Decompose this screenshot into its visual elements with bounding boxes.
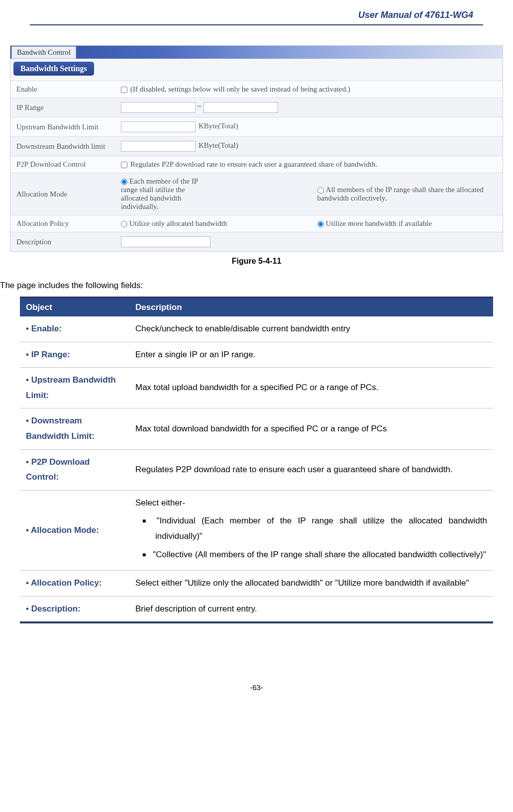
obj-label: P2P Download Control: <box>26 457 90 482</box>
row-label: IP Range <box>10 98 115 117</box>
settings-panel: Bandwith Control Bandwidth Settings Enab… <box>10 45 503 252</box>
policy-more-radio[interactable] <box>317 221 324 227</box>
mode-opt1: Each member of the IP range shall utiliz… <box>121 177 198 210</box>
mode-opt2: All members of the IP range shall share … <box>317 186 484 202</box>
desc-cell: Enter a single IP or an IP range. <box>129 342 493 368</box>
desc-cell: Regulates P2P download rate to ensure ea… <box>129 449 493 490</box>
header-rule <box>30 24 483 25</box>
ip-to-input[interactable] <box>204 102 278 113</box>
row-label: Allocation Mode <box>10 173 115 215</box>
description-table: Object Description Enable: Check/uncheck… <box>20 297 493 623</box>
obj-label: Allocation Mode: <box>26 525 99 535</box>
section-badge: Bandwidth Settings <box>13 62 94 76</box>
policy-opt2: Utilize more bandwidth if available <box>326 219 432 227</box>
policy-only-radio[interactable] <box>121 221 127 227</box>
panel-tab[interactable]: Bandwith Control <box>11 46 76 59</box>
enable-checkbox[interactable] <box>121 87 127 93</box>
description-input[interactable] <box>121 236 210 247</box>
section-header-row: Bandwidth Settings <box>10 59 503 81</box>
unit-label: KByte(Total) <box>199 141 238 149</box>
row-label: Allocation Policy <box>10 215 115 232</box>
desc-lead: Select either- <box>135 496 487 511</box>
ip-from-input[interactable] <box>121 102 196 113</box>
figure-caption: Figure 5-4-11 <box>30 257 483 266</box>
mode-individual-radio[interactable] <box>121 179 127 185</box>
desc-cell: Brief description of current entry. <box>129 596 493 622</box>
header-title: User Manual of 47611-WG4 <box>30 10 483 20</box>
square-bullet-icon <box>142 516 157 525</box>
intro-text: The page includes the following fields: <box>0 281 483 291</box>
enable-note: (If disabled, settings below will only b… <box>130 85 350 93</box>
table-row: Upstream Bandwidth Limit: Max total uplo… <box>20 368 493 408</box>
table-row: Allocation Policy: Select either "Utiliz… <box>20 571 493 597</box>
upstream-input[interactable] <box>121 121 196 132</box>
desc-cell: Max total download bandwidth for a speci… <box>129 408 493 449</box>
row-label: Enable <box>10 81 115 98</box>
downstream-input[interactable] <box>121 141 196 152</box>
col-object: Object <box>20 298 129 316</box>
table-row: Downstream Bandwidth Limit: Max total do… <box>20 408 493 449</box>
p2p-checkbox[interactable] <box>121 162 127 168</box>
row-label: Downstream Bandwidth limit <box>10 137 115 156</box>
row-label: P2P Download Control <box>10 156 115 173</box>
unit-label: KByte(Total) <box>199 122 238 130</box>
col-description: Description <box>129 298 493 316</box>
obj-label: Downstream Bandwidth Limit: <box>26 416 95 441</box>
square-bullet-icon <box>142 550 153 559</box>
row-label: Upstream Bandwidth Limit <box>10 117 115 137</box>
obj-label: IP Range: <box>26 350 70 359</box>
page-number: -63- <box>30 683 483 692</box>
obj-label: Allocation Policy: <box>26 578 102 588</box>
obj-label: Upstream Bandwidth Limit: <box>26 375 116 400</box>
table-row: Enable: Check/uncheck to enable/disable … <box>20 316 493 342</box>
desc-bullet: "Collective (All members of the IP range… <box>153 550 486 559</box>
settings-form: Enable (If disabled, settings below will… <box>10 81 503 251</box>
p2p-note: Regulates P2P download rate to ensure ea… <box>130 160 377 168</box>
mode-collective-radio[interactable] <box>317 187 324 194</box>
obj-label: Enable: <box>26 324 62 333</box>
policy-opt1: Utilize only allocated bandwidth <box>129 219 227 227</box>
table-row: Allocation Mode: Select either- "Individ… <box>20 490 493 570</box>
desc-bullet: "Individual (Each member of the IP range… <box>155 516 487 541</box>
desc-cell: Max total upload bandwidth for a specifi… <box>129 368 493 408</box>
row-label: Description <box>10 232 115 252</box>
panel-top-bar: Bandwith Control <box>10 46 503 59</box>
desc-cell: Select either "Utilize only the allocate… <box>129 571 493 597</box>
table-row: Description: Brief description of curren… <box>20 596 493 622</box>
desc-cell: Check/uncheck to enable/disable current … <box>129 316 493 342</box>
table-row: P2P Download Control: Regulates P2P down… <box>20 449 493 490</box>
obj-label: Description: <box>26 604 81 613</box>
table-row: IP Range: Enter a single IP or an IP ran… <box>20 342 493 368</box>
